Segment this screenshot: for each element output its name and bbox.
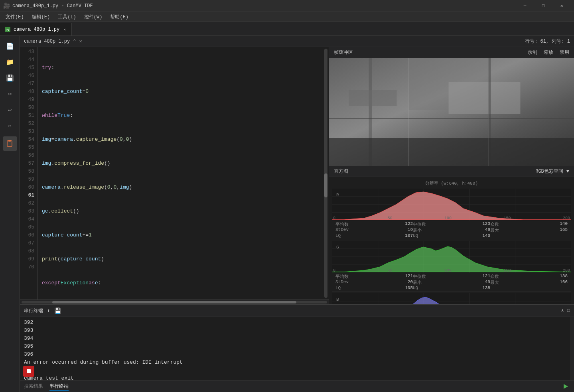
color-space-label: RGB色彩空间 xyxy=(535,168,563,175)
terminal-expand-icon[interactable]: □ xyxy=(567,308,570,314)
footer-tab-terminal[interactable]: 串行终端 xyxy=(49,382,69,391)
zoom-button[interactable]: 缩放 xyxy=(544,49,553,56)
terminal-title: 串行终端 xyxy=(24,307,43,314)
histogram-header: 直方图 RGB色彩空间 ▼ xyxy=(329,166,574,177)
close-button[interactable]: ✕ xyxy=(552,0,571,12)
code-line-43: try: xyxy=(42,64,323,72)
code-line-50: capture_count += 1 xyxy=(42,231,323,239)
code-line-45: while True: xyxy=(42,112,323,120)
code-line-48: camera.release_image(0, 0, img) xyxy=(42,183,323,191)
red-hist-axes: 050100150200 xyxy=(332,216,571,221)
histogram-dropdown[interactable]: ▼ xyxy=(566,169,569,174)
frame-buffer-controls: 录制 缩放 禁用 xyxy=(528,49,569,56)
run-active-indicator[interactable] xyxy=(23,366,34,377)
sidebar-btn-paste[interactable] xyxy=(3,136,17,151)
app-icon: 🎥 xyxy=(3,2,10,9)
code-line-47: img.compress_for_ide() xyxy=(42,160,323,167)
code-editor[interactable]: 43444546 47484950 51525354 55565758 5960… xyxy=(20,47,329,304)
editor-header: camera 480p 1.py ⌃ ✕ 行号: 61, 列号: 1 xyxy=(20,36,574,47)
editor-dropdown-icon[interactable]: ⌃ xyxy=(73,38,76,44)
minimize-button[interactable]: ─ xyxy=(516,0,534,12)
editor-right-split: 43444546 47484950 51525354 55565758 5960… xyxy=(20,47,574,304)
term-line-393: 393 xyxy=(24,327,570,335)
terminal-content: 392 393 394 395 396 An error occurred du… xyxy=(20,317,574,380)
title-text: camera_480p_1.py - CanMV IDE xyxy=(12,3,516,9)
editor-position: 行号: 61, 列号: 1 xyxy=(525,38,570,45)
disable-button[interactable]: 禁用 xyxy=(560,49,569,56)
tab-bar: py camera 480p 1.py ✕ xyxy=(0,22,574,36)
sidebar: 📄 📁 💾 ✂ ↩ ✂ xyxy=(0,36,20,392)
svg-rect-11 xyxy=(329,138,574,166)
frame-buffer-header: 帧缓冲区 录制 缩放 禁用 xyxy=(329,47,574,58)
term-line-error: An error occurred during buffer used: ID… xyxy=(24,359,570,367)
svg-marker-36 xyxy=(564,384,568,389)
red-hist-stats: 平均数 122 中位数 123 众数 140 StDev 19 最小 49 最大 xyxy=(332,221,571,239)
sidebar-btn-cut[interactable]: ✂ xyxy=(3,119,17,133)
term-line-392: 392 xyxy=(24,319,570,327)
camera-canvas xyxy=(329,58,574,166)
sidebar-btn-new[interactable]: 📄 xyxy=(3,39,17,53)
code-line-46: img = camera.capture_image(0, 0) xyxy=(42,136,323,144)
green-hist-axes: 050100150200 xyxy=(332,268,571,273)
green-hist-stats: 平均数 121 中位数 121 众数 138 StDev 20 最小 49 最大 xyxy=(332,273,571,292)
terminal-icon-1[interactable]: ⬆ xyxy=(47,307,50,314)
menu-file[interactable]: 文件(E) xyxy=(2,13,28,21)
svg-rect-7 xyxy=(449,82,521,114)
term-line-exit: camera test exit xyxy=(24,375,570,380)
scrollbar-thumb[interactable] xyxy=(324,173,327,197)
histogram-title: 直方图 xyxy=(334,168,535,175)
red-channel-label: R xyxy=(336,193,339,197)
footer-tab-search[interactable]: 搜索结果 xyxy=(24,382,43,390)
green-histogram-svg xyxy=(332,241,571,273)
scrollbar-track[interactable] xyxy=(324,49,327,298)
paste-icon xyxy=(6,140,14,147)
sidebar-btn-scissors[interactable]: ✂ xyxy=(3,87,17,101)
svg-rect-10 xyxy=(349,90,397,106)
horizontal-scrollbar[interactable] xyxy=(20,299,329,304)
editor-scrollbar[interactable] xyxy=(323,47,329,299)
green-channel-label: G xyxy=(336,245,339,250)
line-numbers: 43444546 47484950 51525354 55565758 5960… xyxy=(20,47,38,299)
editor-filename: camera 480p 1.py xyxy=(24,39,70,44)
sidebar-btn-save[interactable]: 💾 xyxy=(3,71,17,85)
h-scrollbar-thumb[interactable] xyxy=(52,301,297,303)
tab-close-icon[interactable]: ✕ xyxy=(63,26,67,33)
terminal-collapse-icon[interactable]: ∧ xyxy=(561,308,564,314)
maximize-button[interactable]: □ xyxy=(534,0,552,12)
menu-bar: 文件(E) 编辑(E) 工具(I) 控件(W) 帮助(H) xyxy=(0,12,574,22)
menu-tools[interactable]: 工具(I) xyxy=(54,13,80,21)
menu-help[interactable]: 帮助(H) xyxy=(106,13,132,21)
terminal-icon-2[interactable]: 💾 xyxy=(54,307,61,314)
tab-icon: py xyxy=(5,27,10,32)
term-line-394: 394 xyxy=(24,335,570,343)
record-button[interactable]: 录制 xyxy=(528,49,537,56)
term-line-end: end xyxy=(24,367,570,375)
svg-rect-8 xyxy=(329,118,574,119)
svg-rect-1 xyxy=(8,140,11,142)
menu-controls[interactable]: 控件(W) xyxy=(80,13,107,21)
menu-edit[interactable]: 编辑(E) xyxy=(28,13,54,21)
run-button[interactable] xyxy=(561,382,570,391)
tab-label: camera 480p 1.py xyxy=(14,27,59,32)
frame-buffer-title: 帧缓冲区 xyxy=(334,49,353,56)
terminal-header: 串行终端 ⬆ 💾 ∧ □ xyxy=(20,305,574,317)
histogram-resolution: 分辨率 (w:640, h:480) xyxy=(329,179,574,188)
content-area: camera 480p 1.py ⌃ ✕ 行号: 61, 列号: 1 43444… xyxy=(20,36,574,392)
term-line-396: 396 xyxy=(24,351,570,359)
blue-histogram-chart: B xyxy=(332,293,571,304)
code-line-51: print(capture_count) xyxy=(42,255,323,263)
svg-rect-35 xyxy=(27,369,31,373)
code-line-49: gc.collect() xyxy=(42,207,323,215)
blue-histogram-svg xyxy=(332,293,571,304)
terminal-scrollbar[interactable] xyxy=(570,317,574,380)
editor-tab[interactable]: py camera 480p 1.py ✕ xyxy=(0,23,72,35)
red-histogram-svg xyxy=(332,189,571,221)
editor-close-icon[interactable]: ✕ xyxy=(79,38,82,44)
h-scrollbar-track[interactable] xyxy=(22,301,327,303)
sidebar-btn-open[interactable]: 📁 xyxy=(3,55,17,69)
play-icon xyxy=(563,384,568,389)
main-layout: 📄 📁 💾 ✂ ↩ ✂ camera 480p 1.py ⌃ ✕ 行号: 61,… xyxy=(0,36,574,392)
terminal-footer: 搜索结果 串行终端 xyxy=(20,380,574,392)
sidebar-btn-undo[interactable]: ↩ xyxy=(3,103,17,117)
code-lines[interactable]: try: capture_count = 0 while True: img =… xyxy=(38,47,323,299)
